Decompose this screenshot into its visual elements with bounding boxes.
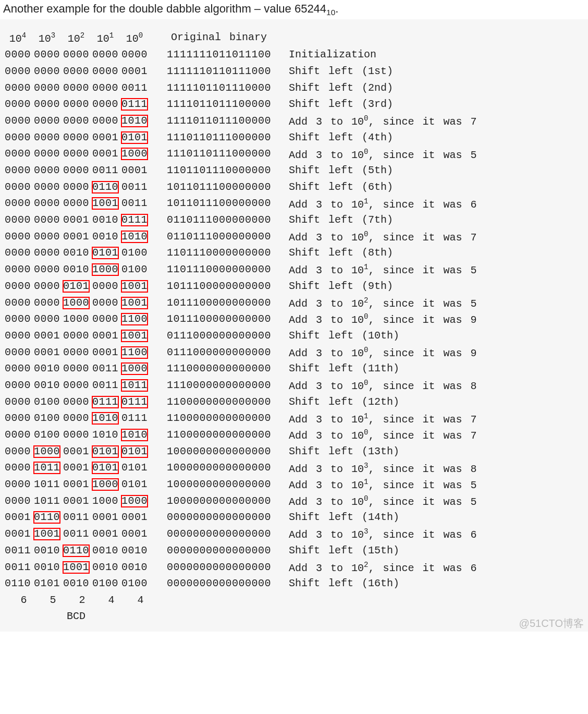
step-description: Shift left (11th) — [271, 364, 399, 374]
table-row: 000000010000000111000111000000000000Add … — [3, 344, 585, 361]
binary-value: 1110000000000000 — [167, 364, 271, 374]
bcd-nibble: 0000 — [32, 116, 62, 126]
bcd-nibble: 0000 — [62, 83, 91, 93]
bcd-nibble: 0000 — [91, 99, 120, 110]
bcd-nibble: 0000 — [3, 99, 32, 110]
table-row: 000000000001001010100110111000000000Add … — [3, 228, 585, 245]
bcd-nibble: 0001 — [62, 232, 91, 242]
bcd-nibble: 0011 — [3, 546, 32, 556]
bcd-nibble: 0000 — [32, 149, 62, 159]
bcd-nibble: 0000 — [32, 50, 62, 60]
bcd-nibble: 1010 — [91, 413, 120, 423]
bcd-nibble: 0001 — [91, 347, 120, 358]
bcd-nibble: 1011 — [32, 463, 62, 473]
table-row: 000010000001010101011000000000000000Shif… — [3, 443, 585, 460]
binary-value: 1011011100000000 — [167, 182, 271, 192]
binary-value: 0000000000000000 — [167, 546, 271, 556]
bcd-nibble: 1010 — [120, 116, 149, 126]
result-digits-row: 65244 — [3, 592, 585, 609]
step-description: Shift left (6th) — [271, 182, 393, 192]
binary-value: 1000000000000000 — [167, 496, 271, 506]
title-end: . — [335, 2, 338, 15]
table-row: 000000000000000110001110110111000000Add … — [3, 146, 585, 163]
page-title: Another example for the double dabble al… — [0, 0, 588, 19]
table-row: 000001000000101010101100000000000000Add … — [3, 427, 585, 443]
binary-value: 0000000000000000 — [167, 562, 271, 573]
step-description: Shift left (7th) — [271, 215, 393, 225]
bcd-nibble: 0010 — [91, 546, 120, 556]
step-description: Shift left (5th) — [271, 165, 393, 176]
bcd-nibble: 1000 — [91, 264, 120, 275]
table-row: 000000000000011000111011011100000000Shif… — [3, 179, 585, 196]
bcd-nibble: 0001 — [120, 529, 149, 539]
step-description: Add 3 to 100, since it was 8 — [271, 379, 476, 392]
binary-value: 1011100000000000 — [167, 281, 271, 292]
bcd-nibble: 0000 — [91, 66, 120, 77]
bcd-nibble: 1000 — [32, 446, 62, 457]
bcd-nibble: 0000 — [3, 165, 32, 176]
binary-value: 1000000000000000 — [167, 446, 271, 457]
bcd-nibble: 0110 — [32, 512, 62, 523]
binary-value: 0111000000000000 — [167, 331, 271, 341]
bcd-nibble: 0000 — [62, 149, 91, 159]
bcd-nibble: 0011 — [120, 198, 149, 209]
bcd-nibble: 1001 — [62, 562, 91, 573]
step-description: Shift left (16th) — [271, 578, 399, 589]
bcd-nibble: 0111 — [120, 99, 149, 110]
bcd-nibble: 0000 — [32, 248, 62, 258]
table-row: 000000000000000101011110110111000000Shif… — [3, 129, 585, 146]
bcd-nibble: 0001 — [91, 149, 120, 159]
bcd-nibble: 0000 — [3, 198, 32, 209]
bcd-nibble: 0000 — [91, 281, 120, 292]
bcd-nibble: 0000 — [3, 83, 32, 93]
bcd-nibble: 1100 — [120, 314, 149, 324]
bcd-nibble: 0011 — [91, 380, 120, 391]
bcd-nibble: 0000 — [62, 364, 91, 374]
step-description: Add 3 to 101, since it was 5 — [271, 478, 476, 491]
binary-value: 0000000000000000 — [167, 578, 271, 589]
step-description: Add 3 to 102, since it was 5 — [271, 297, 476, 309]
binary-value: 1110110111000000 — [167, 149, 271, 159]
bcd-nibble: 1011 — [120, 380, 149, 391]
bcd-nibble: 0000 — [3, 232, 32, 242]
binary-value: 1100000000000000 — [167, 413, 271, 423]
bcd-nibble: 0000 — [3, 397, 32, 407]
step-description: Add 3 to 101, since it was 5 — [271, 263, 476, 276]
step-description: Initialization — [271, 50, 376, 60]
bcd-nibble: 0000 — [91, 50, 120, 60]
bcd-nibble: 0000 — [3, 314, 32, 324]
header-col-3: 101 — [91, 32, 120, 44]
bcd-nibble: 0001 — [91, 132, 120, 143]
bcd-nibble: 0001 — [62, 215, 91, 225]
binary-value: 1111111011011100 — [167, 50, 271, 60]
bcd-nibble: 0000 — [32, 99, 62, 110]
bcd-nibble: 0111 — [120, 215, 149, 225]
bcd-nibble: 0000 — [62, 413, 91, 423]
binary-value: 1101101110000000 — [167, 165, 271, 176]
step-description: Add 3 to 100, since it was 7 — [271, 115, 476, 127]
bcd-nibble: 0000 — [62, 182, 91, 192]
bcd-nibble: 0011 — [3, 562, 32, 573]
bcd-nibble: 0000 — [62, 132, 91, 143]
bcd-nibble: 0101 — [120, 463, 149, 473]
bcd-nibble: 0000 — [62, 397, 91, 407]
bcd-nibble: 0101 — [120, 479, 149, 490]
bcd-nibble: 0101 — [91, 248, 120, 258]
bcd-nibble: 0100 — [32, 413, 62, 423]
bcd-nibble: 0110 — [3, 578, 32, 589]
bcd-nibble: 0010 — [32, 562, 62, 573]
bcd-nibble: 0001 — [62, 446, 91, 457]
bcd-nibble: 0011 — [91, 364, 120, 374]
table-row: 011001010010010001000000000000000000Shif… — [3, 575, 585, 592]
bcd-nibble: 0011 — [62, 512, 91, 523]
bcd-nibble: 0000 — [32, 182, 62, 192]
binary-value: 1100000000000000 — [167, 430, 271, 440]
binary-value: 0000000000000000 — [167, 512, 271, 523]
bcd-nibble: 1000 — [91, 496, 120, 506]
binary-value: 1000000000000000 — [167, 463, 271, 473]
table-row: 000010110001100010001000000000000000Add … — [3, 493, 585, 510]
step-description: Add 3 to 101, since it was 7 — [271, 413, 476, 425]
step-description: Add 3 to 100, since it was 7 — [271, 231, 476, 243]
bcd-nibble: 1001 — [32, 529, 62, 539]
title-subscript: 10 — [326, 8, 335, 17]
